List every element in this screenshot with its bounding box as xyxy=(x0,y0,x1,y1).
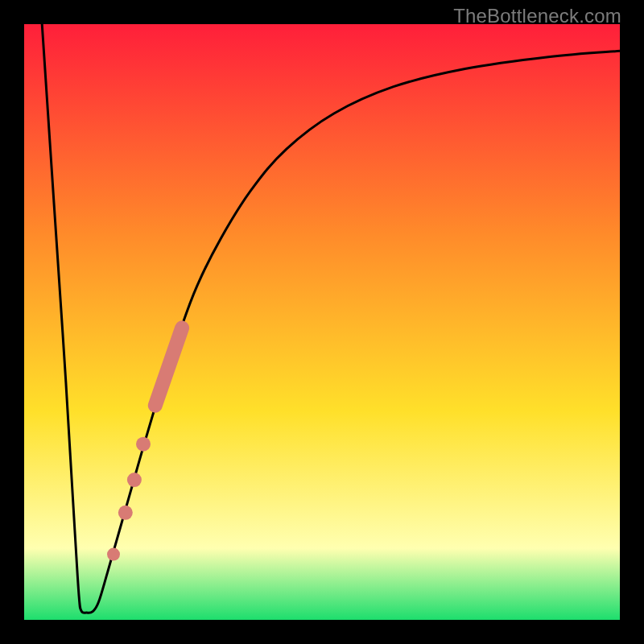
highlight-dot xyxy=(118,506,133,520)
highlight-dot xyxy=(136,437,151,452)
gradient-background xyxy=(24,24,620,620)
highlight-dot xyxy=(107,548,120,561)
plot-area xyxy=(24,24,620,620)
chart-frame: TheBottleneck.com xyxy=(0,0,644,644)
highlight-dot xyxy=(127,473,142,487)
chart-svg xyxy=(24,24,620,620)
